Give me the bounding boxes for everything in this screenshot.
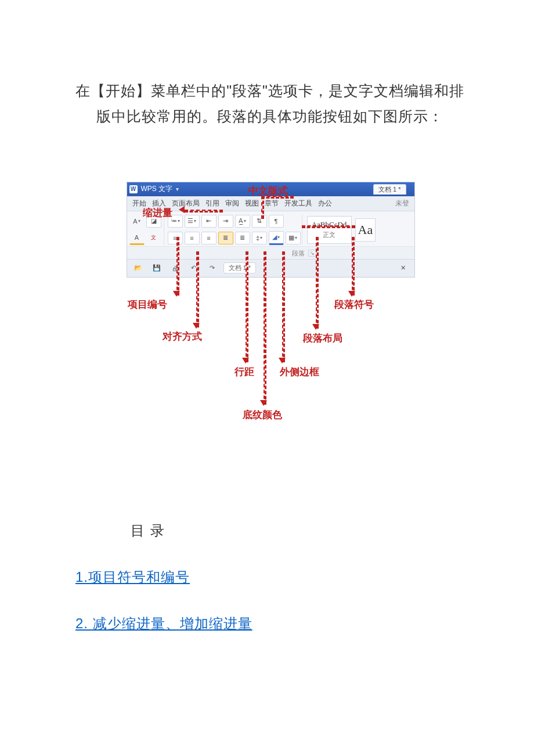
menu-dev[interactable]: 开发工具 [283, 198, 314, 209]
dropdown-icon[interactable]: ▾ [176, 186, 179, 192]
line-chinese-format-h [261, 196, 294, 199]
callout-border: 外侧边框 [280, 365, 319, 379]
borders-button[interactable]: ▦▾ [286, 232, 301, 244]
callout-layout: 段落布局 [303, 332, 342, 345]
callout-bullets: 项目编号 [128, 298, 167, 311]
indent-dec-button[interactable]: ⇤ [201, 215, 217, 228]
line-layout-v [316, 237, 319, 329]
toc-link-1[interactable]: 1.项目符号和编号 [75, 568, 464, 586]
change-styles-button[interactable]: Aa [355, 218, 376, 242]
line-shading-v [264, 251, 266, 405]
line-spacing-button[interactable]: ‡▾ [252, 232, 267, 244]
wps-logo-icon: W [129, 185, 138, 193]
login-status[interactable]: 未登 [394, 198, 411, 209]
menu-view[interactable]: 视图 [243, 198, 261, 209]
line-bullets-v [176, 237, 179, 296]
wps-annotated-figure: W WPS 文字 ▾ 文档 1 * 开始 插入 页面布局 引用 审阅 视图 章节… [127, 182, 414, 423]
qat-doc-tab[interactable]: 文档 1 * [223, 262, 257, 273]
menu-review[interactable]: 审阅 [223, 198, 241, 209]
align-left-button[interactable]: ≡ [168, 232, 183, 244]
align-distrib-button[interactable]: ≣ [235, 232, 250, 244]
arrow-bullets [173, 291, 180, 297]
align-justify-button[interactable]: ≣ [218, 232, 233, 244]
callout-shading: 底纹颜色 [243, 408, 282, 422]
arrow-border [279, 358, 286, 363]
line-align-v [196, 251, 199, 327]
line-border-v [282, 251, 285, 362]
paragraph-group-label: 段落 ↘ [127, 246, 414, 259]
line-symbol-h [302, 225, 355, 228]
line-ls-v [246, 251, 248, 362]
toc-heading: 目录 [131, 521, 464, 540]
callout-line-spacing: 行距 [234, 365, 254, 379]
menu-chapter[interactable]: 章节 [263, 198, 280, 209]
paragraph-row-2: ≡ ≡ ≡ ≣ ≣ ‡▾ ◢▾ ▦▾ [168, 231, 301, 245]
arrow-indent [179, 206, 185, 213]
callout-para-symbol: 段落符号 [334, 298, 374, 311]
numbering-button[interactable]: ☰▾ [185, 215, 200, 228]
close-tab-icon[interactable]: ✕ [396, 262, 411, 275]
menu-layout[interactable]: 页面布局 [170, 198, 201, 209]
paragraph-row-1: ≔▾ ☰▾ ⇤ ⇥ A̲▾ ⇅ ¶ [168, 215, 301, 228]
align-center-button[interactable]: ≡ [185, 232, 200, 244]
print-icon[interactable]: 🖨 [168, 262, 183, 275]
arrow-align [193, 323, 200, 329]
paragraph-group: ≔▾ ☰▾ ⇤ ⇥ A̲▾ ⇅ ¶ ≡ ≡ ≡ ≣ ≣ ‡▾ [167, 215, 302, 245]
callout-indent: 缩进量 [143, 206, 172, 219]
line-chinese-format [261, 196, 264, 219]
arrow-line-spacing [242, 358, 249, 363]
align-right-button[interactable]: ≡ [201, 232, 217, 244]
arrow-layout [312, 324, 319, 330]
app-title: WPS 文字 [141, 184, 173, 194]
arrow-shading [260, 400, 267, 406]
quick-access-toolbar: 📂 💾 🖨 ↶ ↷ 文档 1 * ✕ [127, 259, 414, 277]
line-indent [185, 210, 223, 213]
indent-inc-button[interactable]: ⇥ [218, 215, 233, 228]
arrow-symbol [348, 291, 355, 297]
style-name: 正文 [323, 231, 335, 239]
intro-paragraph: 在【开始】菜单栏中的"段落"选项卡，是文字文档编辑和排版中比较常用的。段落的具体… [75, 78, 464, 129]
para-symbol-button[interactable]: ¶ [269, 215, 284, 228]
asian-layout-button[interactable]: A̲▾ [235, 215, 250, 228]
style-normal[interactable]: AaBbCcDd 正文 [307, 216, 352, 244]
document-tab[interactable]: 文档 1 * [373, 184, 406, 195]
menu-office[interactable]: 办公 [316, 198, 334, 209]
line-symbol-v [352, 237, 355, 296]
undo-icon[interactable]: ↶ [186, 262, 201, 275]
menu-ref[interactable]: 引用 [204, 198, 221, 209]
group-name: 段落 [292, 249, 305, 258]
redo-icon[interactable]: ↷ [205, 262, 220, 275]
sort-button[interactable]: ⇅ [252, 215, 267, 228]
callout-align: 对齐方式 [163, 330, 202, 343]
document-page: 在【开始】菜单栏中的"段落"选项卡，是文字文档编辑和排版中比较常用的。段落的具体… [0, 0, 534, 756]
toc-link-2[interactable]: 2. 减少缩进量、增加缩进量 [75, 614, 464, 633]
shading-button[interactable]: ◢▾ [269, 231, 284, 245]
highlight-button[interactable]: A [129, 231, 145, 245]
save-icon[interactable]: 💾 [149, 262, 164, 275]
open-icon[interactable]: 📂 [131, 262, 146, 275]
wenzi-button[interactable]: 文 [146, 232, 161, 244]
